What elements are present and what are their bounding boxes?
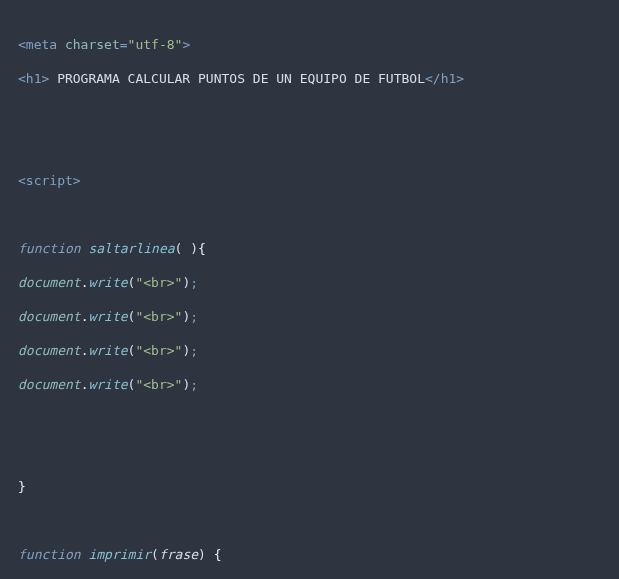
- angle-close: >: [73, 173, 81, 188]
- angle-close: >: [182, 37, 190, 52]
- call-write: write: [88, 309, 127, 324]
- code-editor[interactable]: <meta charset="utf-8"> <h1> PROGRAMA CAL…: [0, 0, 619, 579]
- tag-script: script: [26, 173, 73, 188]
- blank-line[interactable]: [6, 444, 619, 461]
- code-line[interactable]: document.write("<br>");: [6, 308, 619, 325]
- tag-h1: h1: [26, 71, 42, 86]
- paren-close: ): [198, 547, 206, 562]
- func-name: saltarlinea: [88, 241, 174, 256]
- paren-open: (: [151, 547, 159, 562]
- call-write: write: [88, 377, 127, 392]
- document-obj: document: [18, 309, 81, 324]
- code-line[interactable]: <h1> PROGRAMA CALCULAR PUNTOS DE UN EQUI…: [6, 70, 619, 87]
- document-obj: document: [18, 343, 81, 358]
- code-line[interactable]: function saltarlinea( ){: [6, 240, 619, 257]
- semicolon: ;: [190, 377, 198, 392]
- blank-line[interactable]: [6, 512, 619, 529]
- document-obj: document: [18, 377, 81, 392]
- string-br: "<br>": [135, 275, 182, 290]
- document-obj: document: [18, 275, 81, 290]
- tag-meta: meta: [26, 37, 57, 52]
- brace-close: }: [18, 479, 26, 494]
- code-line[interactable]: }: [6, 478, 619, 495]
- blank-line[interactable]: [6, 138, 619, 155]
- code-line[interactable]: <meta charset="utf-8">: [6, 36, 619, 53]
- keyword-function: function: [18, 547, 81, 562]
- paren-close: ): [190, 241, 198, 256]
- call-write: write: [88, 275, 127, 290]
- string-br: "<br>": [135, 377, 182, 392]
- code-line[interactable]: document.write("<br>");: [6, 342, 619, 359]
- equals-sign: =: [120, 37, 128, 52]
- code-line[interactable]: document.write("<br>");: [6, 274, 619, 291]
- code-line[interactable]: <script>: [6, 172, 619, 189]
- blank-line[interactable]: [6, 104, 619, 121]
- h1-text: PROGRAMA CALCULAR PUNTOS DE UN EQUIPO DE…: [49, 71, 425, 86]
- func-name: imprimir: [88, 547, 151, 562]
- semicolon: ;: [190, 275, 198, 290]
- call-write: write: [88, 343, 127, 358]
- brace-open: {: [214, 547, 222, 562]
- blank-line[interactable]: [6, 206, 619, 223]
- tag-h1-close: h1: [441, 71, 457, 86]
- string-br: "<br>": [135, 309, 182, 324]
- code-line[interactable]: document.write("<br>");: [6, 376, 619, 393]
- angle-open: <: [18, 37, 26, 52]
- angle-open: </: [425, 71, 441, 86]
- string-br: "<br>": [135, 343, 182, 358]
- angle-open: <: [18, 173, 26, 188]
- attr-value: "utf-8": [128, 37, 183, 52]
- brace-open: {: [198, 241, 206, 256]
- semicolon: ;: [190, 343, 198, 358]
- keyword-function: function: [18, 241, 81, 256]
- blank-line[interactable]: [6, 410, 619, 427]
- param-frase: frase: [159, 547, 198, 562]
- angle-open: <: [18, 71, 26, 86]
- semicolon: ;: [190, 309, 198, 324]
- code-line[interactable]: function imprimir(frase) {: [6, 546, 619, 563]
- angle-close: >: [456, 71, 464, 86]
- attr-name: charset: [65, 37, 120, 52]
